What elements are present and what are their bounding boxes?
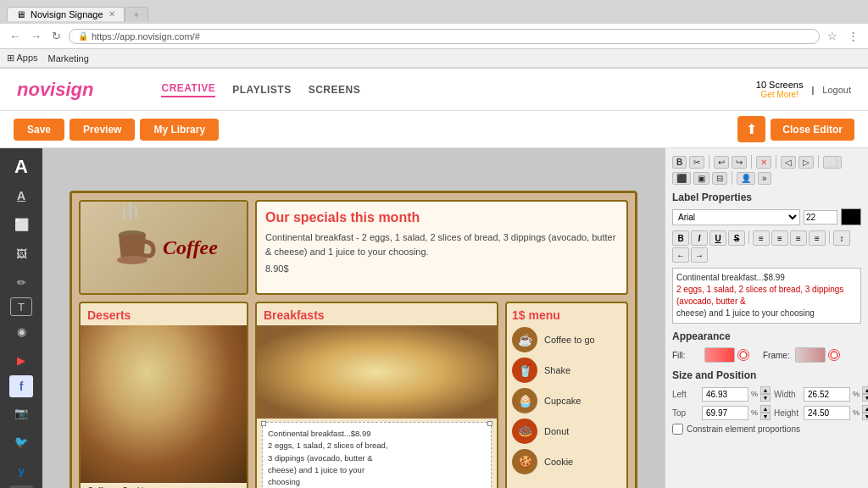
sidebar-icon-image[interactable]: 🖼: [5, 240, 37, 267]
design-canvas[interactable]: Coffee Our specials this month Continent…: [70, 191, 637, 488]
top-down-arrow[interactable]: ▼: [760, 413, 771, 420]
panel-tool-prev[interactable]: ◁: [781, 156, 796, 169]
height-label: Height: [774, 408, 801, 418]
menu-button[interactable]: ⋮: [845, 30, 861, 42]
panel-tool-layer2[interactable]: ⬛: [672, 172, 691, 185]
sidebar-icon-yammer[interactable]: y: [5, 457, 37, 484]
format-align-right[interactable]: ≡: [790, 230, 807, 246]
panel-tool-layer1[interactable]: ⬜: [823, 156, 842, 169]
panel-tool-cut[interactable]: ✂: [689, 156, 704, 169]
top-field: Top % ▲ ▼: [672, 405, 771, 420]
frame-swatch[interactable]: [795, 347, 826, 363]
sidebar-icon-instagram[interactable]: 📷: [5, 399, 37, 426]
browser-chrome: 🖥 Novisign Signage ✕ + ← → ↻ 🔒 https://a…: [0, 0, 868, 69]
width-up-arrow[interactable]: ▲: [862, 386, 868, 394]
panel-tool-undo[interactable]: ↩: [714, 156, 729, 169]
coffee-label: Coffee: [163, 236, 218, 259]
menu-item-cupcake[interactable]: 🧁 Cupcake: [512, 388, 621, 413]
fill-dot[interactable]: [737, 349, 749, 361]
sidebar-icon-youtube[interactable]: ▶: [5, 347, 37, 374]
format-bold[interactable]: B: [672, 230, 689, 246]
panel-tool-layer3[interactable]: ▣: [693, 172, 709, 185]
width-input[interactable]: [804, 387, 850, 402]
sidebar-icon-shape[interactable]: ⬜: [5, 211, 37, 238]
font-size-input[interactable]: [804, 210, 837, 225]
menu-box[interactable]: 1$ menu ☕ Coffee to go 🥤 Shake 🧁 Cupcake: [505, 302, 628, 488]
sidebar-icon-draw[interactable]: ✏: [5, 269, 37, 296]
deserts-box[interactable]: Deserts Coffee + Cookie 5.90$: [79, 302, 248, 488]
panel-tool-redo[interactable]: ↪: [732, 156, 747, 169]
left-field: Left % ▲ ▼: [672, 386, 771, 402]
sidebar-icon-textstyle[interactable]: A: [5, 182, 37, 209]
menu-item-shake[interactable]: 🥤 Shake: [512, 358, 621, 383]
coffee-image-box[interactable]: Coffee: [79, 200, 248, 295]
bookmark-star[interactable]: ☆: [825, 30, 840, 42]
format-indent-right[interactable]: →: [691, 247, 708, 263]
format-line-height[interactable]: ↕: [833, 230, 850, 246]
sidebar-icon-textbox[interactable]: T: [10, 297, 32, 316]
panel-tool-delete[interactable]: ✕: [756, 156, 771, 169]
sidebar-icon-text[interactable]: A: [5, 153, 37, 180]
panel-sep5: [732, 171, 732, 185]
forward-button[interactable]: →: [28, 30, 44, 42]
menu-item-cookie[interactable]: 🍪 Cookie: [512, 449, 621, 474]
format-underline[interactable]: U: [709, 230, 726, 246]
my-library-button[interactable]: My Library: [140, 119, 219, 141]
width-down-arrow[interactable]: ▼: [862, 394, 868, 402]
height-input[interactable]: [804, 406, 850, 420]
top-up-arrow[interactable]: ▲: [760, 405, 771, 413]
panel-tool-user[interactable]: 👤: [737, 172, 755, 185]
breakfasts-box[interactable]: Breakfasts Continental breakfast...$8.99…: [255, 302, 498, 488]
save-button[interactable]: Save: [14, 119, 64, 141]
menu-icon-cupcake: 🧁: [512, 388, 537, 413]
nav-creative[interactable]: CREATIVE: [161, 82, 215, 97]
format-align-justify[interactable]: ≡: [809, 230, 826, 246]
new-tab[interactable]: +: [125, 7, 148, 21]
format-align-center[interactable]: ≡: [771, 230, 788, 246]
menu-item-donut[interactable]: 🍩 Donut: [512, 419, 621, 444]
logout-link[interactable]: Logout: [822, 85, 851, 95]
top-input[interactable]: [702, 406, 748, 420]
constrain-checkbox[interactable]: [672, 424, 683, 435]
tab-close-button[interactable]: ✕: [108, 9, 115, 19]
format-italic[interactable]: I: [691, 230, 708, 246]
sidebar-icon-twitter[interactable]: 🐦: [5, 428, 37, 455]
url-bar[interactable]: 🔒 https://app.novisign.com/#: [69, 29, 820, 44]
left-up-arrow[interactable]: ▲: [760, 386, 771, 394]
sidebar-icon-facebook[interactable]: f: [9, 375, 33, 397]
toolbar-left: Save Preview My Library: [14, 119, 219, 141]
specials-box[interactable]: Our specials this month Continental brea…: [255, 200, 628, 295]
menu-item-coffee[interactable]: ☕ Coffee to go: [512, 327, 621, 352]
secure-icon: 🔒: [78, 31, 88, 41]
breakfasts-text-selected[interactable]: Continental breakfast...$8.99 2 eggs, 1 …: [262, 422, 492, 488]
font-color-swatch[interactable]: [841, 208, 861, 225]
height-down-arrow[interactable]: ▼: [862, 413, 868, 420]
format-align-left[interactable]: ≡: [753, 230, 770, 246]
panel-tool-bold[interactable]: B: [672, 156, 687, 169]
height-up-arrow[interactable]: ▲: [862, 405, 868, 413]
preview-button[interactable]: Preview: [70, 119, 135, 141]
frame-dot[interactable]: [828, 349, 840, 361]
active-tab[interactable]: 🖥 Novisign Signage ✕: [7, 7, 125, 21]
left-input[interactable]: [702, 387, 748, 402]
reload-button[interactable]: ↻: [49, 30, 64, 42]
nav-screens[interactable]: SCREENS: [309, 84, 361, 96]
fill-swatch[interactable]: [704, 347, 735, 363]
nav-playlists[interactable]: PLAYLISTS: [232, 84, 291, 96]
font-family-select[interactable]: Arial: [672, 209, 800, 225]
format-indent-left[interactable]: ←: [672, 247, 689, 263]
panel-tool-more[interactable]: »: [758, 172, 771, 185]
back-button[interactable]: ←: [7, 30, 23, 42]
resize-handle-tr[interactable]: [487, 421, 492, 426]
panel-tool-layer4[interactable]: ⊟: [712, 172, 727, 185]
bookmark-apps[interactable]: ⊞ Apps: [7, 53, 38, 64]
sidebar-icon-rss[interactable]: ◉: [5, 318, 37, 345]
left-down-arrow[interactable]: ▼: [760, 394, 771, 402]
bookmark-marketing[interactable]: Marketing: [48, 53, 89, 64]
upload-button[interactable]: ⬆: [737, 116, 765, 142]
close-editor-button[interactable]: Close Editor: [771, 119, 854, 141]
format-strikethrough[interactable]: S: [728, 230, 745, 246]
get-more-link[interactable]: Get More!: [756, 90, 804, 99]
resize-handle-tl[interactable]: [261, 421, 266, 426]
panel-tool-next[interactable]: ▷: [798, 156, 814, 169]
